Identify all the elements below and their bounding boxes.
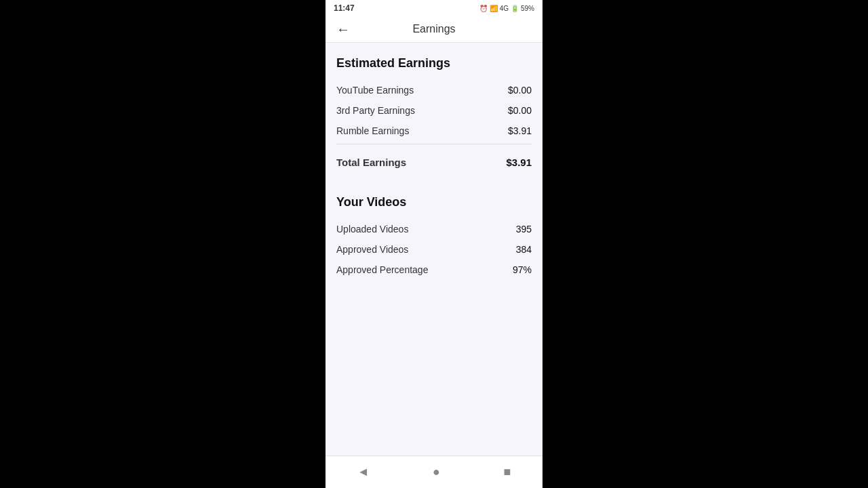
rumble-earnings-row: Rumble Earnings $3.91 <box>336 121 532 141</box>
approved-videos-label: Approved Videos <box>336 244 408 255</box>
approved-videos-row: Approved Videos 384 <box>336 239 532 260</box>
estimated-earnings-section: Estimated Earnings YouTube Earnings $0.0… <box>336 56 532 174</box>
alarm-icon: ⏰ <box>479 5 488 12</box>
signal-icon: 📶 <box>490 5 498 12</box>
nav-recent-button[interactable]: ■ <box>492 462 521 482</box>
battery-percent: 59% <box>521 5 534 12</box>
your-videos-section: Your Videos Uploaded Videos 395 Approved… <box>336 195 532 280</box>
uploaded-videos-row: Uploaded Videos 395 <box>336 219 532 239</box>
page-title: Earnings <box>412 23 455 35</box>
network-label: 4G <box>500 5 509 12</box>
uploaded-videos-label: Uploaded Videos <box>336 224 408 235</box>
approved-percentage-label: Approved Percentage <box>336 264 428 275</box>
nav-home-button[interactable]: ● <box>422 462 451 482</box>
youtube-earnings-value: $0.00 <box>508 85 532 96</box>
youtube-earnings-row: YouTube Earnings $0.00 <box>336 80 532 100</box>
status-time: 11:47 <box>334 3 355 13</box>
section-gap <box>336 179 532 195</box>
status-bar: 11:47 ⏰ 📶 4G 🔋 59% <box>326 0 542 16</box>
third-party-earnings-value: $0.00 <box>508 105 532 116</box>
approved-percentage-row: Approved Percentage 97% <box>336 260 532 280</box>
approved-videos-value: 384 <box>516 244 532 255</box>
top-bar: ← Earnings <box>326 16 542 43</box>
rumble-earnings-value: $3.91 <box>508 125 532 136</box>
battery-icon: 🔋 <box>511 5 519 12</box>
status-icons: ⏰ 📶 4G 🔋 59% <box>479 5 534 12</box>
third-party-earnings-label: 3rd Party Earnings <box>336 105 415 116</box>
back-button[interactable]: ← <box>336 22 350 37</box>
nav-back-button[interactable]: ◄ <box>347 462 380 482</box>
your-videos-title: Your Videos <box>336 195 532 209</box>
rumble-earnings-label: Rumble Earnings <box>336 125 409 136</box>
earnings-divider <box>336 144 532 144</box>
main-content: Estimated Earnings YouTube Earnings $0.0… <box>326 43 542 455</box>
estimated-earnings-title: Estimated Earnings <box>336 56 532 70</box>
total-earnings-label: Total Earnings <box>336 157 406 168</box>
phone-frame: 11:47 ⏰ 📶 4G 🔋 59% ← Earnings Estimated … <box>326 0 542 488</box>
approved-percentage-value: 97% <box>513 264 532 275</box>
total-earnings-row: Total Earnings $3.91 <box>336 151 532 174</box>
total-earnings-value: $3.91 <box>506 157 532 168</box>
bottom-nav: ◄ ● ■ <box>326 455 542 488</box>
uploaded-videos-value: 395 <box>516 224 532 235</box>
youtube-earnings-label: YouTube Earnings <box>336 85 414 96</box>
third-party-earnings-row: 3rd Party Earnings $0.00 <box>336 100 532 121</box>
